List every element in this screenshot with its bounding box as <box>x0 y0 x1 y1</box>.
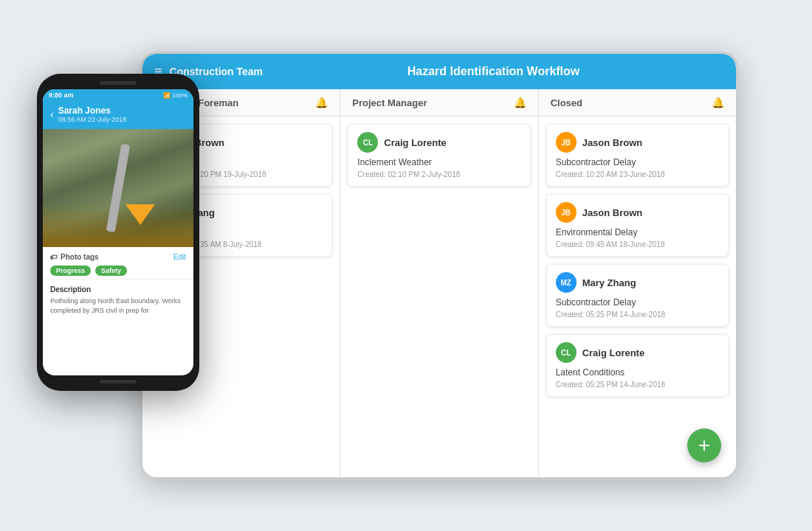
card-user-row: JB Jason Brown <box>556 132 719 153</box>
fab-button[interactable]: + <box>687 428 721 462</box>
bell-icon-engineer[interactable]: 🔔 <box>315 97 328 108</box>
phone-photo <box>43 129 193 247</box>
tag-safety: Safety <box>95 266 127 276</box>
tags-label: 🏷 Photo tags <box>50 253 99 261</box>
tablet: ≡ Construction Team Hazard Identificatio… <box>140 52 738 479</box>
card-closed-4[interactable]: CL Craig Lorente Latent Conditions Creat… <box>546 334 729 397</box>
tags-label-text: Photo tags <box>61 253 99 261</box>
card-username-closed-4: Craig Lorente <box>582 347 645 358</box>
scene: ≡ Construction Team Hazard Identificatio… <box>37 30 775 502</box>
phone-content: 🏷 Photo tags Edit Progress Safety Descri… <box>43 129 193 375</box>
phone-datetime: 08:56 AM 22-July-2018 <box>58 116 186 123</box>
bell-icon-closed[interactable]: 🔔 <box>712 97 724 108</box>
card-username-closed-3: Mary Zhang <box>582 277 636 288</box>
wifi-icon: 📶 <box>163 92 171 99</box>
avatar-cl-closed: CL <box>556 342 577 363</box>
tags-row: 🏷 Photo tags Edit <box>50 253 186 261</box>
bell-icon-pm[interactable]: 🔔 <box>514 97 526 108</box>
kanban-board: Engineer/Foreman 🔔 JB n Brown tor Delay … <box>142 89 736 477</box>
card-pm-1[interactable]: CL Craig Lorente Inclement Weather Creat… <box>348 124 530 187</box>
tablet-title: Hazard Identification Workflow <box>263 65 724 78</box>
card-date-closed-3: Created: 05:25 PM 14-June-2018 <box>556 310 719 319</box>
card-issue-closed-4: Latent Conditions <box>556 367 719 378</box>
card-closed-2[interactable]: JB Jason Brown Environmental Delay Creat… <box>546 194 729 257</box>
card-date-closed-2: Created: 09:45 AM 18-June-2018 <box>556 240 719 249</box>
avatar-jb-closed-2: JB <box>556 202 577 223</box>
avatar-jb-closed-1: JB <box>556 132 577 153</box>
avatar-mz-closed: MZ <box>556 272 577 293</box>
description-text: Potholing along North East boundary. Wor… <box>50 296 186 315</box>
phone-username: Sarah Jones <box>58 105 186 116</box>
column-project-manager: Project Manager 🔔 CL Craig Lorente Incle… <box>340 89 538 477</box>
card-issue-closed-3: Subcontractor Delay <box>556 297 719 308</box>
card-user-row: JB Jason Brown <box>556 202 719 223</box>
phone-description-section: Description Potholing along North East b… <box>43 280 193 321</box>
card-user-row: MZ Mary Zhang <box>556 272 719 293</box>
phone-status-bar: 9:80 am 📶 100% <box>43 89 193 101</box>
tag-edit-button[interactable]: Edit <box>173 253 186 261</box>
phone: 9:80 am 📶 100% ‹ Sarah Jones 08:56 AM 22… <box>37 74 199 391</box>
phone-speaker <box>100 81 137 85</box>
tags-list: Progress Safety <box>50 266 186 276</box>
card-user-row: CL Craig Lorente <box>357 132 520 153</box>
card-date-closed-1: Created: 10:20 AM 23-June-2018 <box>556 170 719 178</box>
battery-icon: 100% <box>173 92 187 99</box>
card-username-pm-1: Craig Lorente <box>384 137 447 148</box>
column-closed: Closed 🔔 JB Jason Brown Subcontractor De… <box>539 89 736 477</box>
back-icon[interactable]: ‹ <box>50 108 54 120</box>
card-date-closed-4: Created: 05:25 PM 14-June-2018 <box>556 381 719 389</box>
tag-icon: 🏷 <box>50 253 58 261</box>
card-issue-closed-1: Subcontractor Delay <box>556 157 719 167</box>
phone-tags-section: 🏷 Photo tags Edit Progress Safety <box>43 247 193 280</box>
phone-screen: 9:80 am 📶 100% ‹ Sarah Jones 08:56 AM 22… <box>43 89 193 375</box>
tablet-header: ≡ Construction Team Hazard Identificatio… <box>142 54 736 89</box>
card-closed-3[interactable]: MZ Mary Zhang Subcontractor Delay Create… <box>546 264 729 327</box>
column-title-pm: Project Manager <box>352 97 427 108</box>
avatar-cl-1: CL <box>357 132 378 153</box>
tablet-screen: ≡ Construction Team Hazard Identificatio… <box>142 54 736 477</box>
card-user-row: CL Craig Lorente <box>556 342 719 363</box>
phone-header: ‹ Sarah Jones 08:56 AM 22-July-2018 <box>43 101 193 129</box>
column-header-closed: Closed 🔔 <box>539 89 736 117</box>
card-issue-closed-2: Environmental Delay <box>556 227 719 237</box>
tag-progress: Progress <box>50 266 91 276</box>
column-cards-pm: CL Craig Lorente Inclement Weather Creat… <box>340 117 537 477</box>
card-username-closed-2: Jason Brown <box>582 207 643 218</box>
phone-home-bar <box>100 380 137 384</box>
column-title-closed: Closed <box>551 97 582 108</box>
card-username-closed-1: Jason Brown <box>582 137 643 148</box>
status-icons: 📶 100% <box>163 92 187 99</box>
card-issue-pm-1: Inclement Weather <box>357 157 520 167</box>
card-closed-1[interactable]: JB Jason Brown Subcontractor Delay Creat… <box>546 124 729 187</box>
column-header-pm: Project Manager 🔔 <box>340 89 537 117</box>
card-date-pm-1: Created: 02:10 PM 2-July-2018 <box>357 170 520 178</box>
column-cards-closed: JB Jason Brown Subcontractor Delay Creat… <box>539 117 736 477</box>
phone-user-info: Sarah Jones 08:56 AM 22-July-2018 <box>58 105 186 123</box>
flag-visual <box>125 204 155 225</box>
description-title: Description <box>50 285 186 294</box>
status-time: 9:80 am <box>49 91 74 99</box>
